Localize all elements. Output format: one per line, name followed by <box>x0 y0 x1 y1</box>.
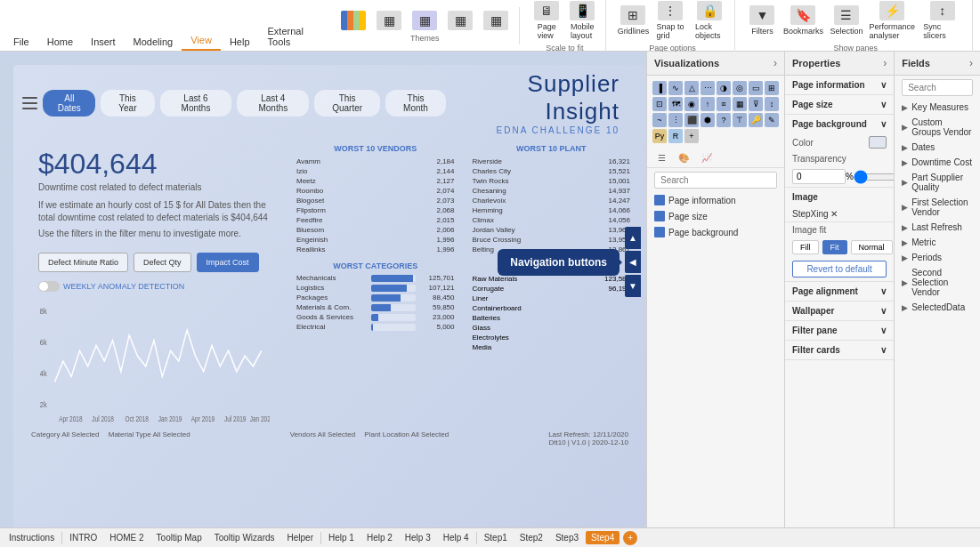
anomaly-toggle[interactable] <box>38 281 60 292</box>
fields-group-custom-groups[interactable]: ▶ Custom Groups Vendor <box>895 115 980 140</box>
theme5-btn[interactable]: ▦ <box>480 9 512 32</box>
section-page-info-header[interactable]: Page information ∨ <box>785 76 894 94</box>
fit-normal-btn[interactable]: Normal <box>851 240 893 254</box>
viz-bar-icon[interactable]: ▐ <box>652 81 667 95</box>
taskbar-help1[interactable]: Help 1 <box>323 531 360 544</box>
lock-btn[interactable]: 🔒 Lock objects <box>692 0 728 42</box>
taskbar-helper[interactable]: Helper <box>282 531 319 544</box>
analytics-tab[interactable]: 📈 <box>696 150 717 165</box>
taskbar-home2[interactable]: HOME 2 <box>104 531 149 544</box>
fields-group-metric[interactable]: ▶ Metric <box>895 235 980 250</box>
page-view-btn[interactable]: 🖥 Pageview <box>530 0 563 42</box>
viz-filled-map-icon[interactable]: ⬛ <box>684 113 699 127</box>
btn-defect-minute[interactable]: Defect Minute Ratio <box>38 253 128 272</box>
fields-group-part-supplier[interactable]: ▶ Part Supplier Quality <box>895 170 980 195</box>
filter-all-dates[interactable]: All Dates <box>43 90 95 117</box>
fields-group-key-measures[interactable]: ▶ Key Measures <box>895 100 980 115</box>
gridlines-btn[interactable]: ⊞ Gridlines <box>617 4 649 37</box>
section-page-size-header[interactable]: Page size ∨ <box>785 95 894 114</box>
format-tab[interactable]: 🎨 <box>673 150 694 165</box>
theme4-btn[interactable]: ▦ <box>444 9 476 32</box>
section-image-header[interactable]: Image <box>785 188 894 206</box>
viz-pie-icon[interactable]: ◑ <box>717 81 731 95</box>
fields-tab[interactable]: ☰ <box>652 150 671 165</box>
hamburger-menu[interactable] <box>22 97 37 109</box>
taskbar-tooltip-map[interactable]: Tooltip Map <box>151 531 207 544</box>
viz-scatter-icon[interactable]: ⋯ <box>701 81 715 95</box>
taskbar-step4[interactable]: Step4 <box>586 531 620 544</box>
bookmarks-btn[interactable]: 🔖 Bookmarks <box>782 4 824 37</box>
taskbar-help4[interactable]: Help 4 <box>438 531 474 544</box>
viz-kpi-icon[interactable]: ↑ <box>701 97 715 111</box>
taskbar-tooltip-wizards[interactable]: Tooltip Wizards <box>209 531 280 544</box>
taskbar-add-page-btn[interactable]: + <box>623 531 637 545</box>
viz-search-input[interactable] <box>654 172 777 189</box>
viz-line-icon[interactable]: ∿ <box>668 81 683 95</box>
fields-search-input[interactable] <box>902 79 973 96</box>
viz-combo-icon[interactable]: ⋮ <box>668 113 683 127</box>
filter-this-year[interactable]: This Year <box>101 90 154 117</box>
tab-view[interactable]: View <box>182 31 221 51</box>
taskbar-help2[interactable]: Help 2 <box>361 531 398 544</box>
taskbar-step1[interactable]: Step1 <box>479 531 513 544</box>
theme2-btn[interactable]: ▦ <box>373 9 405 32</box>
viz-matrix-icon[interactable]: ⊡ <box>652 97 667 111</box>
fields-group-first-selection[interactable]: ▶ First Selection Vendor <box>895 195 980 220</box>
mobile-layout-btn[interactable]: 📱 Mobilelayout <box>566 0 598 42</box>
props-panel-close[interactable]: › <box>883 57 887 69</box>
selection-btn[interactable]: ☰ Selection <box>828 4 864 37</box>
taskbar-intro[interactable]: INTRO <box>64 531 102 544</box>
tab-file[interactable]: File <box>4 33 38 51</box>
fields-group-second-selection[interactable]: ▶ Second Selection Vendor <box>895 265 980 300</box>
viz-r-icon[interactable]: R <box>668 129 683 143</box>
viz-map-icon[interactable]: 🗺 <box>668 97 683 111</box>
fields-panel-close[interactable]: › <box>969 57 973 69</box>
viz-qa-icon[interactable]: ? <box>717 113 731 127</box>
viz-table-icon[interactable]: ⊞ <box>765 81 779 95</box>
viz-waterfall-icon[interactable]: ↕ <box>765 97 779 111</box>
btn-defect-qty[interactable]: Defect Qty <box>134 253 191 272</box>
fit-fit-btn[interactable]: Fit <box>822 240 847 254</box>
section-wallpaper-header[interactable]: Wallpaper ∨ <box>785 302 894 320</box>
section-filter-cards-header[interactable]: Filter cards ∨ <box>785 341 894 359</box>
transparency-input[interactable] <box>792 169 846 184</box>
revert-btn[interactable]: Revert to default <box>792 261 887 278</box>
viz-area-icon[interactable]: △ <box>684 81 699 95</box>
viz-python-icon[interactable]: Py <box>652 129 667 143</box>
viz-donut-icon[interactable]: ◎ <box>733 81 747 95</box>
viz-decomp-icon[interactable]: ⊤ <box>733 113 747 127</box>
viz-custom-icon[interactable]: + <box>684 129 699 143</box>
tab-external-tools[interactable]: External Tools <box>259 22 320 51</box>
fields-group-dates[interactable]: ▶ Dates <box>895 140 980 155</box>
section-filter-pane-header[interactable]: Filter pane ∨ <box>785 321 894 340</box>
theme3-btn[interactable]: ▦ <box>409 9 441 32</box>
theme1-btn[interactable] <box>337 9 369 32</box>
color-swatch[interactable] <box>869 136 887 149</box>
viz-treemap-icon[interactable]: ▦ <box>733 97 747 111</box>
filter-last-6[interactable]: Last 6 Months <box>160 90 232 117</box>
fields-group-periods[interactable]: ▶ Periods <box>895 250 980 265</box>
filter-quarter[interactable]: This Quarter <box>314 90 380 117</box>
fields-group-downtime-cost[interactable]: ▶ Downtime Cost <box>895 155 980 170</box>
filter-last-4[interactable]: Last 4 Months <box>237 90 309 117</box>
section-page-alignment-header[interactable]: Page alignment ∨ <box>785 282 894 301</box>
nav-down-btn[interactable]: ▼ <box>625 275 641 297</box>
viz-gauge-icon[interactable]: ◉ <box>684 97 699 111</box>
filters-btn[interactable]: ▼ Filters <box>746 4 778 37</box>
transparency-slider[interactable] <box>854 170 894 184</box>
perf-btn[interactable]: ⚡ Performanceanalyser <box>868 0 916 42</box>
btn-impact-cost[interactable]: Impact Cost <box>197 253 259 272</box>
fit-fill-btn[interactable]: Fill <box>792 240 819 254</box>
sync-btn[interactable]: ↕ Sync slicers <box>919 0 965 42</box>
section-page-bg-header[interactable]: Page background ∨ <box>785 115 894 133</box>
viz-shape-map-icon[interactable]: ⬢ <box>701 113 715 127</box>
tab-home[interactable]: Home <box>38 33 82 51</box>
fields-group-selected-data[interactable]: ▶ SelectedData <box>895 300 980 315</box>
nav-left-btn[interactable]: ◀ <box>625 251 641 273</box>
nav-up-btn[interactable]: ▲ <box>625 227 641 249</box>
viz-key-infl-icon[interactable]: 🔑 <box>749 113 763 127</box>
snap-btn[interactable]: ⋮ Snap to grid <box>652 0 688 42</box>
viz-funnel-icon[interactable]: ⊽ <box>749 97 763 111</box>
taskbar-instructions[interactable]: Instructions <box>4 531 60 544</box>
viz-slicer-icon[interactable]: ≡ <box>717 97 731 111</box>
